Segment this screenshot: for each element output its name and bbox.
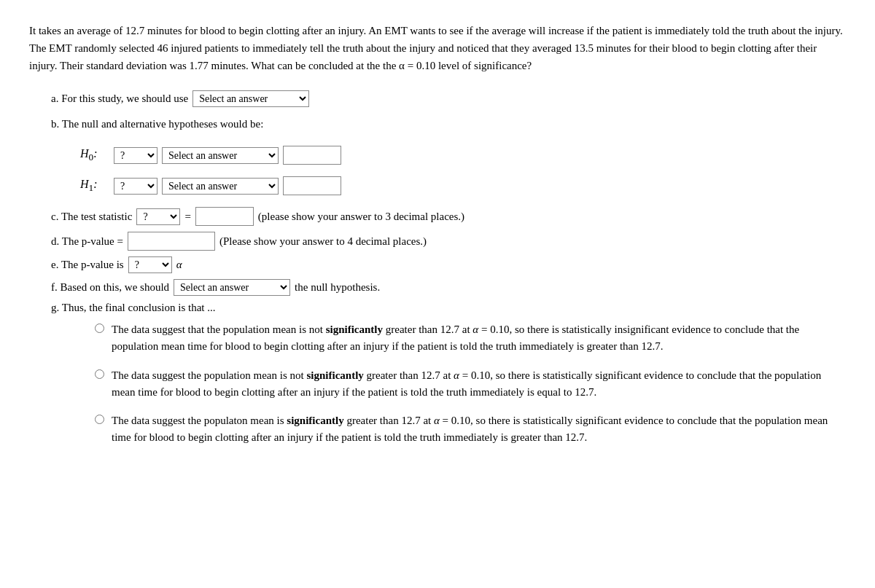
conclusions-block: The data suggest that the population mea… [95, 321, 846, 447]
part-a-row: a. For this study, we should use Select … [51, 89, 846, 109]
part-g-label: g. Thus, the final conclusion is that ..… [51, 302, 216, 314]
conclusion-option-2: The data suggest the population mean is … [95, 367, 846, 401]
conclusion-text-2: The data suggest the population mean is … [112, 367, 846, 401]
part-d-hint: (Please show your answer to 4 decimal pl… [219, 235, 427, 248]
conclusion-text-3: The data suggest the populaton mean is s… [112, 412, 846, 447]
part-c-row: c. The test statistic ? t z = (please sh… [51, 207, 846, 226]
h0-label: H0: [80, 147, 109, 163]
h0-answer-select[interactable]: Select an answer μ = 12.7 μ > 12.7 μ < 1… [162, 147, 279, 164]
h1-row: H1: ? = ≠ < > ≤ ≥ Select an answer μ = 1… [80, 176, 846, 195]
problem-paragraph: It takes an average of 12.7 minutes for … [29, 22, 846, 74]
h0-row: H0: ? = ≠ < > ≤ ≥ Select an answer μ = 1… [80, 146, 846, 165]
pvalue-comparison-select[interactable]: ? < > = ≤ ≥ [128, 256, 172, 273]
conclusion-radio-2[interactable] [95, 369, 104, 379]
conclusion-radio-1[interactable] [95, 324, 104, 333]
part-c-equals: = [184, 211, 190, 223]
conclusion-text-1: The data suggest that the population mea… [112, 321, 846, 356]
part-a-label: a. For this study, we should use [51, 89, 188, 109]
h0-value-input[interactable] [283, 146, 341, 165]
part-e-label: e. The p-value is [51, 259, 124, 271]
part-f-suffix: the null hypothesis. [295, 281, 380, 294]
part-d-row: d. The p-value = (Please show your answe… [51, 232, 846, 251]
hypothesis-block: H0: ? = ≠ < > ≤ ≥ Select an answer μ = 1… [80, 146, 846, 195]
study-type-select[interactable]: Select an answer the paired t-test the o… [192, 90, 309, 107]
conclusion-option-1: The data suggest that the population mea… [95, 321, 846, 356]
part-e-row: e. The p-value is ? < > = ≤ ≥ α [51, 256, 846, 273]
based-on-select[interactable]: Select an answer reject fail to reject a… [174, 279, 290, 296]
part-f-row: f. Based on this, we should Select an an… [51, 279, 846, 296]
part-b-label: b. The null and alternative hypotheses w… [51, 114, 263, 134]
h1-value-input[interactable] [283, 176, 341, 195]
part-c-hint: (please show your answer to 3 decimal pl… [258, 211, 464, 223]
test-statistic-symbol-select[interactable]: ? t z [136, 208, 180, 225]
h1-answer-select[interactable]: Select an answer μ = 12.7 μ > 12.7 μ < 1… [162, 178, 279, 195]
part-e-alpha: α [176, 259, 182, 271]
h0-symbol-select[interactable]: ? = ≠ < > ≤ ≥ [114, 147, 158, 164]
h1-label: H1: [80, 178, 109, 194]
part-c-label: c. The test statistic [51, 211, 132, 223]
conclusion-radio-3[interactable] [95, 415, 104, 424]
part-f-label: f. Based on this, we should [51, 281, 169, 294]
part-b-row: b. The null and alternative hypotheses w… [51, 114, 846, 134]
pvalue-input[interactable] [128, 232, 215, 251]
part-g-row: g. Thus, the final conclusion is that ..… [51, 302, 846, 314]
part-d-label: d. The p-value = [51, 235, 123, 248]
conclusion-option-3: The data suggest the populaton mean is s… [95, 412, 846, 447]
h1-symbol-select[interactable]: ? = ≠ < > ≤ ≥ [114, 178, 158, 195]
test-statistic-input[interactable] [195, 207, 254, 226]
